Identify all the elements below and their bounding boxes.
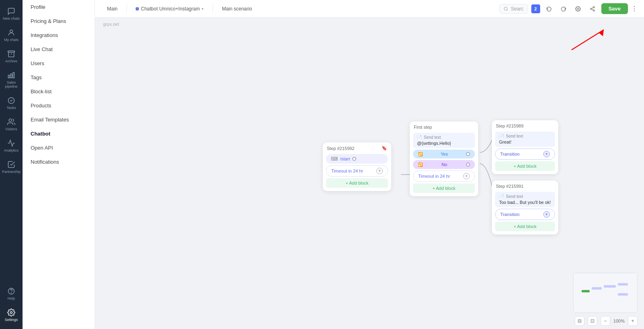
- transition-block-215991[interactable]: Transition +: [495, 209, 555, 220]
- bottom-bar: ⊟ ⊡ − 100% +: [575, 316, 638, 326]
- sidebar-item-archive[interactable]: Archive: [0, 47, 23, 66]
- trigger-connector: [352, 157, 356, 161]
- undo-button[interactable]: [543, 3, 555, 14]
- node-step-215991: Step #215991 📄 Send text Too bad... But …: [492, 181, 558, 234]
- trigger-block-215992[interactable]: ⌨ /start: [326, 154, 388, 164]
- sidebar-item-new-chats[interactable]: New chats: [0, 4, 23, 24]
- zoom-in-button[interactable]: +: [628, 316, 638, 326]
- sidebar-menu-products[interactable]: Products: [23, 99, 95, 113]
- sidebar-item-label-analytics: Analytics: [4, 148, 19, 152]
- sidebar-item-label-my-chats: My chats: [4, 38, 19, 42]
- tab-main-label: Main: [107, 6, 118, 12]
- node-step-215989: Step #215989 📄 Send text Great! Transiti…: [492, 120, 558, 174]
- sidebar-menu-chatbot[interactable]: Chatbot: [23, 127, 95, 141]
- collapse-button[interactable]: ⊟: [575, 316, 584, 326]
- sidebar-menu-users[interactable]: Users: [23, 56, 95, 70]
- save-button[interactable]: Save: [601, 3, 628, 14]
- add-block-215989[interactable]: + Add block: [495, 161, 555, 171]
- tab-arrow-icon: ▾: [202, 7, 204, 11]
- node-215989-header: Step #215989: [492, 120, 558, 130]
- sidebar-menu-live-chat[interactable]: Live Chat: [23, 42, 95, 56]
- mini-map-content: [574, 273, 637, 313]
- 215989-send-text: 📄 Send text Great!: [495, 132, 555, 147]
- sidebar-item-analytics[interactable]: Analytics: [0, 136, 23, 156]
- sidebar-menu-profile[interactable]: Profile: [23, 0, 95, 14]
- svg-point-8: [11, 293, 12, 293]
- settings-button[interactable]: [572, 3, 584, 14]
- timeout-plus-first: +: [463, 173, 470, 179]
- no-block[interactable]: 🔁 No: [413, 160, 475, 169]
- canvas[interactable]: grps.net Start Step #2159: [95, 18, 644, 329]
- sidebar-item-label-settings: Settings: [5, 318, 18, 322]
- topbar-actions: 2: [531, 3, 638, 14]
- share-button[interactable]: [587, 3, 598, 14]
- tab-main-scenario[interactable]: Main scenario: [216, 3, 258, 15]
- search-icon: [504, 6, 508, 11]
- sidebar-item-my-chats[interactable]: My chats: [0, 25, 23, 45]
- badge-count[interactable]: 2: [531, 4, 540, 13]
- add-block-215992[interactable]: + Add block: [326, 178, 388, 188]
- node-215992-header: Step #215992 🔖: [323, 142, 391, 152]
- sidebar-item-help[interactable]: Help: [0, 284, 23, 304]
- svg-point-10: [504, 7, 508, 10]
- send-text-label-215989: 📄 Send text: [499, 134, 551, 138]
- zoom-out-button[interactable]: −: [601, 316, 610, 326]
- mini-start-node: [582, 290, 590, 292]
- mini-map: [573, 273, 638, 313]
- more-options-button[interactable]: ⋮: [631, 5, 638, 12]
- tab-chatbot-label: Chatbot Umnico+Instagram: [141, 6, 200, 12]
- sidebar-item-partnership[interactable]: Partnership: [0, 157, 23, 177]
- sidebar-item-sales-pipeline[interactable]: Sales pipeline: [0, 68, 23, 92]
- tab-chatbot-umnico[interactable]: Chatbot Umnico+Instagram ▾: [130, 3, 209, 15]
- topbar-search[interactable]: Searc: [499, 4, 528, 14]
- timeout-block-215992[interactable]: Timeout in 24 hr +: [326, 165, 388, 177]
- node-first-step: First step 📄 Send text @{settings.Hello}…: [410, 121, 478, 196]
- timeout-plus-icon: +: [376, 168, 383, 174]
- sidebar-menu-pricing-plans[interactable]: Pricing & Plans: [23, 14, 95, 28]
- no-label: No: [442, 162, 447, 167]
- node-215989-id: Step #215989: [496, 123, 524, 128]
- add-block-215991[interactable]: + Add block: [495, 222, 555, 231]
- transition-plus-215991: +: [543, 211, 550, 218]
- timeout-block-first-step[interactable]: Timeout in 24 hr +: [413, 171, 475, 182]
- add-block-first-step[interactable]: + Add block: [413, 183, 475, 193]
- yes-block[interactable]: 🔁 Yes: [413, 150, 475, 158]
- sidebar-menu-integrations[interactable]: Integrations: [23, 28, 95, 42]
- sidebar-item-settings[interactable]: Settings: [0, 305, 23, 325]
- trigger-icon: ⌨: [331, 156, 338, 162]
- tab-main[interactable]: Main: [101, 3, 123, 15]
- first-step-send-text: 📄 Send text @{settings.Hello}: [413, 133, 475, 148]
- svg-rect-1: [8, 51, 15, 52]
- redo-button[interactable]: [558, 3, 569, 14]
- main-content: Main Chatbot Umnico+Instagram ▾ Main sce…: [95, 0, 644, 329]
- svg-rect-2: [8, 75, 10, 78]
- sidebar-menu-notifications[interactable]: Notifications: [23, 155, 95, 169]
- sidebar-item-label-help: Help: [8, 296, 15, 300]
- transition-block-215989[interactable]: Transition +: [495, 148, 555, 160]
- first-step-header: First step: [410, 121, 478, 131]
- svg-marker-15: [599, 30, 604, 36]
- timeout-label-215992: Timeout in 24 hr: [331, 169, 363, 173]
- node-215991-header: Step #215991: [492, 181, 558, 190]
- sidebar-item-tasks[interactable]: Tasks: [0, 93, 23, 113]
- sidebar-menu-tags[interactable]: Tags: [23, 70, 95, 84]
- node-step-215992: Step #215992 🔖 ⌨ /start Timeout in 24 hr…: [323, 142, 391, 191]
- sidebar-menu-open-api[interactable]: Open API: [23, 141, 95, 155]
- sidebar-menu-block-list[interactable]: Block-list: [23, 84, 95, 99]
- sidebar-menu-email-templates[interactable]: Email Templates: [23, 113, 95, 127]
- send-text-content-first: @{settings.Hello}: [417, 141, 471, 146]
- 215991-send-text: 📄 Send text Too bad... But you'll be ok!: [495, 192, 555, 207]
- sidebar-item-label-partnership: Partnership: [2, 170, 21, 174]
- node-215992-id: Step #215992: [327, 146, 355, 151]
- tab-main-scenario-label: Main scenario: [222, 6, 252, 12]
- transition-label-215989: Transition: [500, 152, 520, 156]
- send-text-content-215989: Great!: [499, 140, 551, 144]
- search-text: Searc: [511, 6, 523, 12]
- send-text-content-215991: Too bad... But you'll be ok!: [499, 200, 551, 205]
- mini-node-4: [618, 293, 628, 296]
- sidebar-item-visitors[interactable]: Visitors: [0, 115, 23, 134]
- fit-screen-button[interactable]: ⊡: [588, 316, 597, 326]
- bookmark-icon[interactable]: 🔖: [382, 146, 387, 151]
- canvas-hint: grps.net: [103, 22, 119, 27]
- svg-point-14: [593, 10, 594, 11]
